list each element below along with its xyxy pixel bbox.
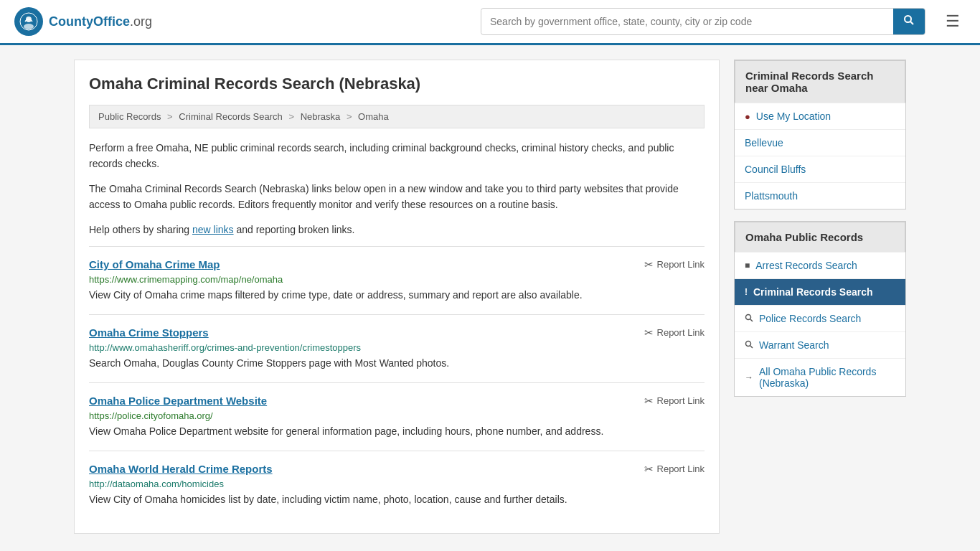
result-url[interactable]: http://www.omahasheriff.org/crimes-and-p… (89, 342, 705, 353)
result-description: View City of Omaha crime maps filtered b… (89, 288, 705, 303)
unlink-icon: ✂ (644, 463, 654, 476)
svg-line-6 (750, 319, 753, 321)
result-url[interactable]: https://www.crimemapping.com/map/ne/omah… (89, 274, 705, 285)
unlink-icon: ✂ (644, 395, 654, 408)
search-button[interactable] (893, 9, 925, 34)
sidebar-item-warrant-search[interactable]: Warrant Search (735, 331, 905, 358)
svg-line-4 (910, 22, 913, 24)
result-title[interactable]: City of Omaha Crime Map (89, 258, 220, 270)
search-bar (481, 8, 925, 35)
breadcrumb: Public Records > Criminal Records Search… (89, 105, 705, 128)
result-url[interactable]: https://police.cityofomaha.org/ (89, 410, 705, 421)
sidebar-public-records-section: Omaha Public Records ■ Arrest Records Se… (734, 221, 906, 397)
nearby-list: ● Use My Location Bellevue Council Bluff… (735, 103, 905, 209)
search-circle-icon (745, 314, 753, 324)
sidebar-item-all-public-records[interactable]: → All Omaha Public Records (Nebraska) (735, 358, 905, 396)
sidebar-use-my-location[interactable]: ● Use My Location (735, 103, 905, 129)
sidebar-city-plattsmouth[interactable]: Plattsmouth (735, 182, 905, 209)
location-pin-icon: ● (745, 111, 750, 122)
sidebar-nearby-section: Criminal Records Search near Omaha ● Use… (734, 60, 906, 209)
logo-text: CountyOffice.org (49, 14, 152, 29)
hamburger-menu-button[interactable]: ☰ (940, 9, 966, 34)
search-input[interactable] (481, 10, 893, 33)
breadcrumb-omaha[interactable]: Omaha (358, 111, 389, 122)
sidebar: Criminal Records Search near Omaha ● Use… (734, 60, 906, 534)
page-title: Omaha Criminal Records Search (Nebraska) (89, 75, 705, 93)
breadcrumb-public-records[interactable]: Public Records (98, 111, 161, 122)
breadcrumb-nebraska[interactable]: Nebraska (301, 111, 341, 122)
unlink-icon: ✂ (644, 258, 654, 271)
description-1: Perform a free Omaha, NE public criminal… (89, 140, 705, 172)
result-title[interactable]: Omaha World Herald Crime Reports (89, 463, 273, 475)
result-description: View Omaha Police Department website for… (89, 424, 705, 439)
sidebar-item-police-records[interactable]: Police Records Search (735, 305, 905, 331)
report-link-button[interactable]: ✂ Report Link (644, 463, 705, 476)
page-header: CountyOffice.org ☰ (0, 0, 980, 45)
result-item: Omaha World Herald Crime Reports ✂ Repor… (89, 451, 705, 519)
svg-point-3 (905, 16, 911, 22)
result-item: Omaha Police Department Website ✂ Report… (89, 382, 705, 451)
result-url[interactable]: http://dataomaha.com/homicides (89, 479, 705, 489)
search-icon (745, 340, 753, 351)
result-description: View City of Omaha homicides list by dat… (89, 492, 705, 507)
new-links-link[interactable]: new links (192, 224, 234, 235)
logo-link[interactable]: CountyOffice.org (14, 7, 152, 36)
sidebar-item-arrest-records[interactable]: ■ Arrest Records Search (735, 252, 905, 278)
breadcrumb-criminal-records-search[interactable]: Criminal Records Search (179, 111, 283, 122)
main-container: Omaha Criminal Records Search (Nebraska)… (60, 45, 920, 548)
result-title[interactable]: Omaha Police Department Website (89, 395, 267, 407)
unlink-icon: ✂ (644, 326, 654, 339)
report-link-button[interactable]: ✂ Report Link (644, 326, 705, 339)
result-item: City of Omaha Crime Map ✂ Report Link ht… (89, 246, 705, 314)
content-area: Omaha Criminal Records Search (Nebraska)… (74, 60, 720, 534)
result-title[interactable]: Omaha Crime Stoppers (89, 326, 209, 339)
description-3: Help others by sharing new links and rep… (89, 222, 705, 237)
svg-point-7 (746, 341, 751, 346)
svg-line-8 (750, 346, 753, 348)
sidebar-city-bellevue[interactable]: Bellevue (735, 129, 905, 156)
sidebar-item-criminal-records[interactable]: ! Criminal Records Search (735, 278, 905, 305)
sidebar-city-council-bluffs[interactable]: Council Bluffs (735, 156, 905, 182)
logo-icon (14, 7, 43, 36)
sidebar-nearby-header: Criminal Records Search near Omaha (735, 60, 905, 103)
report-link-button[interactable]: ✂ Report Link (644, 395, 705, 408)
arrow-right-icon: → (745, 372, 753, 382)
sidebar-public-records-header: Omaha Public Records (735, 222, 905, 252)
svg-point-2 (24, 24, 34, 29)
svg-point-5 (746, 314, 751, 319)
result-description: Search Omaha, Douglas County Crime Stopp… (89, 356, 705, 371)
report-link-button[interactable]: ✂ Report Link (644, 258, 705, 271)
active-indicator-icon: ! (745, 287, 748, 297)
description-2: The Omaha Criminal Records Search (Nebra… (89, 181, 705, 213)
result-item: Omaha Crime Stoppers ✂ Report Link http:… (89, 314, 705, 382)
square-icon: ■ (745, 260, 750, 270)
